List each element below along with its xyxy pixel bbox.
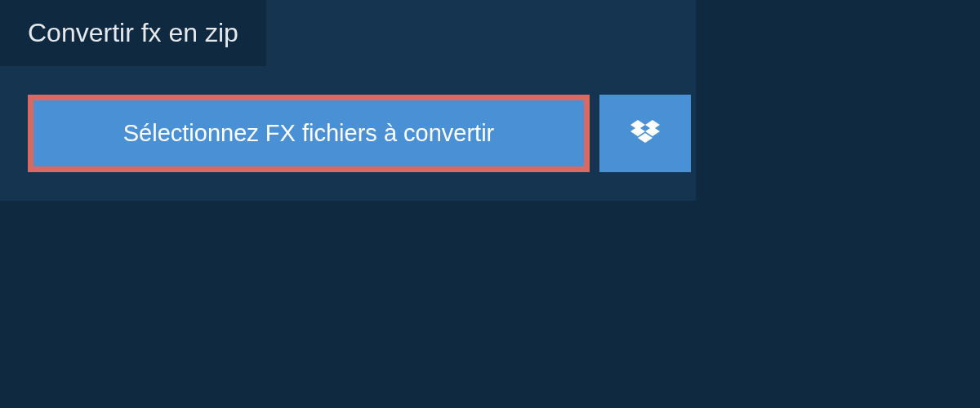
dropbox-button[interactable] [599, 95, 691, 172]
tab-title: Convertir fx en zip [0, 0, 266, 66]
tab-title-text: Convertir fx en zip [28, 18, 238, 47]
select-files-button[interactable]: Sélectionnez FX fichiers à convertir [28, 95, 590, 172]
select-files-label: Sélectionnez FX fichiers à convertir [123, 120, 495, 147]
button-row: Sélectionnez FX fichiers à convertir [28, 95, 696, 172]
dropbox-icon [630, 120, 660, 148]
conversion-panel: Convertir fx en zip Sélectionnez FX fich… [0, 0, 696, 201]
